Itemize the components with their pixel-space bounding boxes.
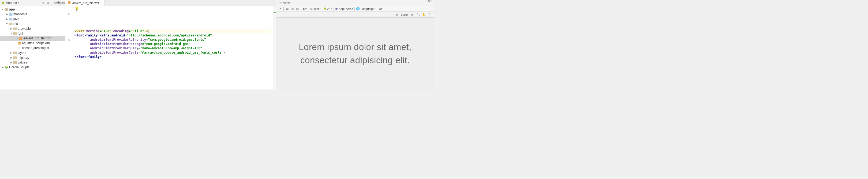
tree-node-gradle[interactable]: ▶ Gradle Scripts — [0, 65, 65, 70]
fold-icon[interactable]: ⊟ — [65, 12, 72, 16]
tree-node-aguafina[interactable]: <> aguafina_script.xml — [0, 41, 65, 46]
svg-rect-2 — [6, 9, 7, 10]
code-token: </font-family> — [74, 55, 101, 59]
chevron-right-icon: ▶ — [1, 66, 4, 68]
code-token: font-family — [76, 33, 100, 37]
tree-node-drawable[interactable]: ▶ drawable — [0, 26, 65, 31]
folder-icon — [13, 27, 17, 31]
collapse-icon[interactable]: �pek — [59, 1, 63, 5]
tree-node-app[interactable]: ▼ app — [0, 7, 65, 12]
folder-icon — [13, 32, 17, 35]
language-label: Language — [361, 7, 374, 10]
editor-scroll-marker[interactable] — [273, 6, 276, 90]
chevron-down-icon: ▼ — [10, 32, 13, 35]
globe-icon: 🌐 — [356, 7, 360, 10]
zoom-out-icon[interactable]: ⊖ — [395, 12, 399, 17]
scope-icon[interactable]: ⊕ — [41, 1, 45, 5]
svg-rect-4 — [9, 18, 12, 20]
editor-tab[interactable]: <> advent_pro_thin.xml × — [65, 0, 105, 6]
theme-selector[interactable]: ◉ AppTheme — [335, 7, 353, 10]
gear-icon[interactable]: ⚙▾ — [428, 0, 432, 3]
code-token: "utf-8" — [131, 29, 145, 33]
code-token: version — [86, 29, 100, 33]
svg-text:<>: <> — [18, 42, 20, 44]
separator — [308, 7, 308, 11]
code-editor[interactable]: ⊟ ⊟ 💡 <?xml version="1.0" encoding="utf-… — [65, 6, 276, 90]
editor-panel: <> advent_pro_thin.xml × ⊟ ⊟ 💡 <?xml ver… — [65, 0, 276, 90]
code-token: android:fontProviderPackage — [90, 42, 142, 46]
tree-node-res[interactable]: ▼ res — [0, 22, 65, 26]
blank — [65, 33, 72, 37]
layout-list-icon[interactable]: ▥ — [295, 7, 300, 11]
folder-icon — [8, 12, 13, 16]
tree-node-advent[interactable]: ● <> advent_pro_thin.xml — [0, 36, 65, 41]
project-toolbar: Android ▼ ⊕ ⇵ ⚙▾ �pek — [0, 0, 65, 6]
code-area[interactable]: 💡 <?xml version="1.0" encoding="utf-8"?>… — [73, 6, 273, 90]
preview-zoom-bar: ⊖ 110% ⊕ ⛶ ✋ ⠇ — [276, 12, 434, 18]
zoom-in-icon[interactable]: ⊕ — [410, 12, 414, 17]
editor-gutter: ⊟ ⊟ — [65, 6, 73, 90]
tree-label: advent_pro_thin.xml — [23, 36, 52, 40]
tree-node-caesar[interactable]: T caesar_dressing.ttf — [0, 46, 65, 50]
chevron-right-icon: ▶ — [10, 27, 13, 30]
separator — [283, 7, 284, 11]
tree-node-layout[interactable]: ▶ layout — [0, 50, 65, 55]
variants-icon[interactable]: ⊞▾ — [378, 7, 383, 11]
preview-sample-text: Lorem ipsum dolor sit amet,consectetur a… — [299, 40, 411, 67]
tree-node-mipmap[interactable]: ▶ mipmap — [0, 55, 65, 60]
pan-icon[interactable]: ✋ — [422, 12, 426, 17]
lightbulb-icon[interactable]: 💡 — [74, 6, 79, 11]
separator — [334, 7, 334, 11]
preview-canvas: Lorem ipsum dolor sit amet,consectetur a… — [276, 18, 434, 90]
device-icon: ⎚ — [310, 7, 312, 10]
code-token: <? — [74, 29, 78, 33]
font-file-icon: T — [17, 46, 22, 50]
svg-point-19 — [324, 7, 326, 10]
device-label: Pixel — [312, 7, 319, 10]
svg-rect-6 — [13, 28, 17, 30]
tree-label: manifests — [13, 12, 27, 16]
separator — [301, 7, 301, 11]
code-token: android:fontProviderQuery — [90, 47, 138, 50]
svg-text:<>: <> — [68, 2, 70, 4]
orientation-icon[interactable]: ◐▾ — [303, 7, 307, 11]
tree-node-values[interactable]: ▶ values — [0, 60, 65, 65]
project-view-dropdown[interactable]: Android ▼ — [6, 1, 19, 5]
chevron-down-icon: ▼ — [18, 2, 19, 4]
tree-label: res — [13, 22, 18, 26]
zoom-level: 110% — [401, 13, 408, 16]
tree-node-font[interactable]: ▼ font — [0, 31, 65, 36]
theme-icon: ◉ — [335, 7, 338, 10]
api-selector[interactable]: 26 ▾ — [323, 7, 332, 10]
preview-title: Preview — [278, 1, 290, 5]
folder-icon — [13, 51, 17, 55]
close-icon[interactable]: × — [100, 1, 102, 5]
tree-label: mipmap — [18, 56, 29, 59]
layout-grid-icon[interactable]: ▦ — [285, 7, 289, 11]
code-token: "com.google.android.gms" — [144, 42, 190, 46]
svg-text:T: T — [18, 47, 20, 50]
zoom-fit-icon[interactable]: ⛶ — [416, 12, 420, 17]
svg-rect-13 — [13, 52, 17, 54]
code-token: "com.google.android.gms.fonts" — [148, 38, 206, 41]
refresh-icon[interactable]: ⟳ — [278, 7, 282, 11]
language-selector[interactable]: 🌐 Language ▾ — [356, 7, 376, 10]
chevron-down-icon: ▾ — [331, 8, 332, 10]
code-token: "@array/com_google_android_gms_fonts_cer… — [141, 51, 224, 54]
code-token: ?> — [144, 29, 148, 33]
fold-end-icon[interactable]: ⊟ — [65, 37, 72, 42]
blank — [65, 25, 72, 29]
svg-rect-3 — [9, 13, 12, 16]
more-icon[interactable]: ⠇ — [428, 12, 432, 17]
code-token: > — [223, 51, 225, 54]
xml-file-icon: <> — [19, 36, 23, 40]
android-icon — [323, 7, 326, 10]
chevron-down-icon: ▼ — [5, 23, 8, 25]
filter-icon[interactable]: ⇵ — [46, 1, 50, 5]
tree-node-manifests[interactable]: ▶ manifests — [0, 12, 65, 17]
tree-node-java[interactable]: ▶ java — [0, 17, 65, 22]
code-token: xml — [78, 29, 86, 33]
code-token: "name=Advent Pro&amp;weight=100" — [141, 47, 202, 50]
device-selector[interactable]: ⎚ Pixel ▾ — [310, 7, 321, 10]
layout-split-icon[interactable]: ◫ — [290, 7, 294, 11]
